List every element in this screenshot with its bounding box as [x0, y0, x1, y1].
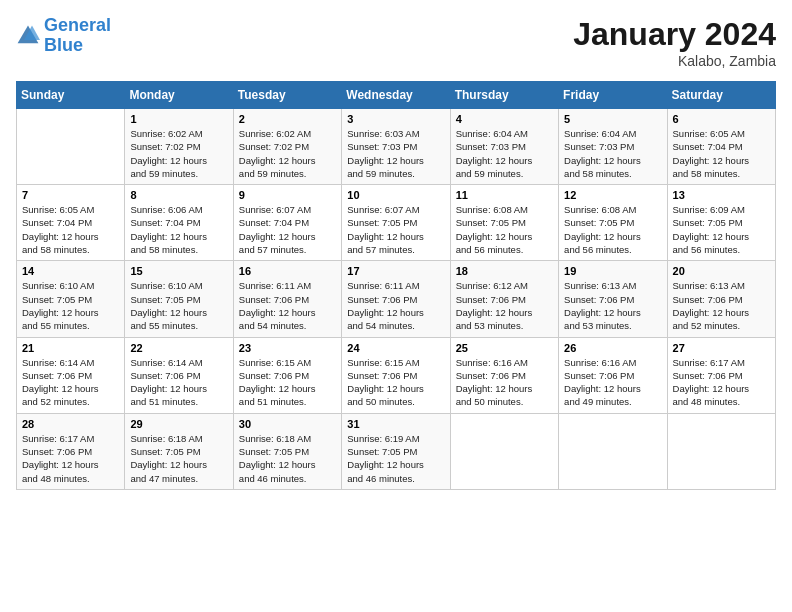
day-info: Sunrise: 6:16 AM Sunset: 7:06 PM Dayligh… [456, 356, 553, 409]
day-info: Sunrise: 6:05 AM Sunset: 7:04 PM Dayligh… [673, 127, 770, 180]
day-number: 25 [456, 342, 553, 354]
day-number: 24 [347, 342, 444, 354]
day-number: 19 [564, 265, 661, 277]
day-info: Sunrise: 6:14 AM Sunset: 7:06 PM Dayligh… [22, 356, 119, 409]
day-info: Sunrise: 6:18 AM Sunset: 7:05 PM Dayligh… [130, 432, 227, 485]
day-number: 14 [22, 265, 119, 277]
page-header: General Blue January 2024 Kalabo, Zambia [16, 16, 776, 69]
day-info: Sunrise: 6:08 AM Sunset: 7:05 PM Dayligh… [456, 203, 553, 256]
calendar-header-row: SundayMondayTuesdayWednesdayThursdayFrid… [17, 82, 776, 109]
day-info: Sunrise: 6:05 AM Sunset: 7:04 PM Dayligh… [22, 203, 119, 256]
calendar-week-row: 21Sunrise: 6:14 AM Sunset: 7:06 PM Dayli… [17, 337, 776, 413]
calendar-cell: 4Sunrise: 6:04 AM Sunset: 7:03 PM Daylig… [450, 109, 558, 185]
day-info: Sunrise: 6:04 AM Sunset: 7:03 PM Dayligh… [456, 127, 553, 180]
location-subtitle: Kalabo, Zambia [573, 53, 776, 69]
calendar-cell: 5Sunrise: 6:04 AM Sunset: 7:03 PM Daylig… [559, 109, 667, 185]
calendar-week-row: 14Sunrise: 6:10 AM Sunset: 7:05 PM Dayli… [17, 261, 776, 337]
day-info: Sunrise: 6:10 AM Sunset: 7:05 PM Dayligh… [22, 279, 119, 332]
calendar-cell: 18Sunrise: 6:12 AM Sunset: 7:06 PM Dayli… [450, 261, 558, 337]
day-info: Sunrise: 6:14 AM Sunset: 7:06 PM Dayligh… [130, 356, 227, 409]
day-info: Sunrise: 6:11 AM Sunset: 7:06 PM Dayligh… [347, 279, 444, 332]
calendar-cell: 2Sunrise: 6:02 AM Sunset: 7:02 PM Daylig… [233, 109, 341, 185]
day-number: 31 [347, 418, 444, 430]
column-header-monday: Monday [125, 82, 233, 109]
day-number: 7 [22, 189, 119, 201]
day-number: 16 [239, 265, 336, 277]
calendar-body: 1Sunrise: 6:02 AM Sunset: 7:02 PM Daylig… [17, 109, 776, 490]
logo: General Blue [16, 16, 111, 56]
calendar-cell: 6Sunrise: 6:05 AM Sunset: 7:04 PM Daylig… [667, 109, 775, 185]
calendar-cell: 29Sunrise: 6:18 AM Sunset: 7:05 PM Dayli… [125, 413, 233, 489]
calendar-cell: 12Sunrise: 6:08 AM Sunset: 7:05 PM Dayli… [559, 185, 667, 261]
day-info: Sunrise: 6:15 AM Sunset: 7:06 PM Dayligh… [347, 356, 444, 409]
column-header-saturday: Saturday [667, 82, 775, 109]
calendar-cell: 16Sunrise: 6:11 AM Sunset: 7:06 PM Dayli… [233, 261, 341, 337]
calendar-table: SundayMondayTuesdayWednesdayThursdayFrid… [16, 81, 776, 490]
day-number: 28 [22, 418, 119, 430]
day-number: 6 [673, 113, 770, 125]
day-number: 4 [456, 113, 553, 125]
calendar-cell [559, 413, 667, 489]
calendar-cell: 31Sunrise: 6:19 AM Sunset: 7:05 PM Dayli… [342, 413, 450, 489]
calendar-cell: 21Sunrise: 6:14 AM Sunset: 7:06 PM Dayli… [17, 337, 125, 413]
day-number: 20 [673, 265, 770, 277]
day-number: 30 [239, 418, 336, 430]
day-number: 10 [347, 189, 444, 201]
logo-icon [16, 24, 40, 48]
calendar-cell: 27Sunrise: 6:17 AM Sunset: 7:06 PM Dayli… [667, 337, 775, 413]
day-info: Sunrise: 6:09 AM Sunset: 7:05 PM Dayligh… [673, 203, 770, 256]
day-number: 12 [564, 189, 661, 201]
day-number: 29 [130, 418, 227, 430]
day-info: Sunrise: 6:02 AM Sunset: 7:02 PM Dayligh… [239, 127, 336, 180]
day-info: Sunrise: 6:08 AM Sunset: 7:05 PM Dayligh… [564, 203, 661, 256]
calendar-cell: 1Sunrise: 6:02 AM Sunset: 7:02 PM Daylig… [125, 109, 233, 185]
column-header-sunday: Sunday [17, 82, 125, 109]
day-info: Sunrise: 6:13 AM Sunset: 7:06 PM Dayligh… [673, 279, 770, 332]
calendar-cell: 10Sunrise: 6:07 AM Sunset: 7:05 PM Dayli… [342, 185, 450, 261]
calendar-cell: 30Sunrise: 6:18 AM Sunset: 7:05 PM Dayli… [233, 413, 341, 489]
column-header-tuesday: Tuesday [233, 82, 341, 109]
day-number: 18 [456, 265, 553, 277]
day-number: 23 [239, 342, 336, 354]
column-header-wednesday: Wednesday [342, 82, 450, 109]
column-header-thursday: Thursday [450, 82, 558, 109]
day-info: Sunrise: 6:13 AM Sunset: 7:06 PM Dayligh… [564, 279, 661, 332]
day-info: Sunrise: 6:15 AM Sunset: 7:06 PM Dayligh… [239, 356, 336, 409]
calendar-cell: 7Sunrise: 6:05 AM Sunset: 7:04 PM Daylig… [17, 185, 125, 261]
day-info: Sunrise: 6:03 AM Sunset: 7:03 PM Dayligh… [347, 127, 444, 180]
calendar-cell: 13Sunrise: 6:09 AM Sunset: 7:05 PM Dayli… [667, 185, 775, 261]
calendar-cell: 17Sunrise: 6:11 AM Sunset: 7:06 PM Dayli… [342, 261, 450, 337]
day-info: Sunrise: 6:12 AM Sunset: 7:06 PM Dayligh… [456, 279, 553, 332]
calendar-cell: 8Sunrise: 6:06 AM Sunset: 7:04 PM Daylig… [125, 185, 233, 261]
calendar-cell: 25Sunrise: 6:16 AM Sunset: 7:06 PM Dayli… [450, 337, 558, 413]
calendar-cell: 14Sunrise: 6:10 AM Sunset: 7:05 PM Dayli… [17, 261, 125, 337]
calendar-week-row: 1Sunrise: 6:02 AM Sunset: 7:02 PM Daylig… [17, 109, 776, 185]
calendar-cell [667, 413, 775, 489]
day-info: Sunrise: 6:07 AM Sunset: 7:05 PM Dayligh… [347, 203, 444, 256]
day-number: 21 [22, 342, 119, 354]
day-info: Sunrise: 6:11 AM Sunset: 7:06 PM Dayligh… [239, 279, 336, 332]
calendar-cell: 9Sunrise: 6:07 AM Sunset: 7:04 PM Daylig… [233, 185, 341, 261]
day-info: Sunrise: 6:19 AM Sunset: 7:05 PM Dayligh… [347, 432, 444, 485]
day-info: Sunrise: 6:16 AM Sunset: 7:06 PM Dayligh… [564, 356, 661, 409]
calendar-week-row: 7Sunrise: 6:05 AM Sunset: 7:04 PM Daylig… [17, 185, 776, 261]
title-block: January 2024 Kalabo, Zambia [573, 16, 776, 69]
calendar-cell: 11Sunrise: 6:08 AM Sunset: 7:05 PM Dayli… [450, 185, 558, 261]
day-info: Sunrise: 6:18 AM Sunset: 7:05 PM Dayligh… [239, 432, 336, 485]
calendar-week-row: 28Sunrise: 6:17 AM Sunset: 7:06 PM Dayli… [17, 413, 776, 489]
calendar-cell: 3Sunrise: 6:03 AM Sunset: 7:03 PM Daylig… [342, 109, 450, 185]
column-header-friday: Friday [559, 82, 667, 109]
day-number: 17 [347, 265, 444, 277]
month-title: January 2024 [573, 16, 776, 53]
day-number: 26 [564, 342, 661, 354]
calendar-cell: 19Sunrise: 6:13 AM Sunset: 7:06 PM Dayli… [559, 261, 667, 337]
calendar-cell: 23Sunrise: 6:15 AM Sunset: 7:06 PM Dayli… [233, 337, 341, 413]
day-info: Sunrise: 6:17 AM Sunset: 7:06 PM Dayligh… [22, 432, 119, 485]
calendar-cell: 28Sunrise: 6:17 AM Sunset: 7:06 PM Dayli… [17, 413, 125, 489]
day-number: 1 [130, 113, 227, 125]
day-info: Sunrise: 6:07 AM Sunset: 7:04 PM Dayligh… [239, 203, 336, 256]
calendar-cell: 26Sunrise: 6:16 AM Sunset: 7:06 PM Dayli… [559, 337, 667, 413]
day-number: 22 [130, 342, 227, 354]
calendar-cell [17, 109, 125, 185]
day-info: Sunrise: 6:02 AM Sunset: 7:02 PM Dayligh… [130, 127, 227, 180]
